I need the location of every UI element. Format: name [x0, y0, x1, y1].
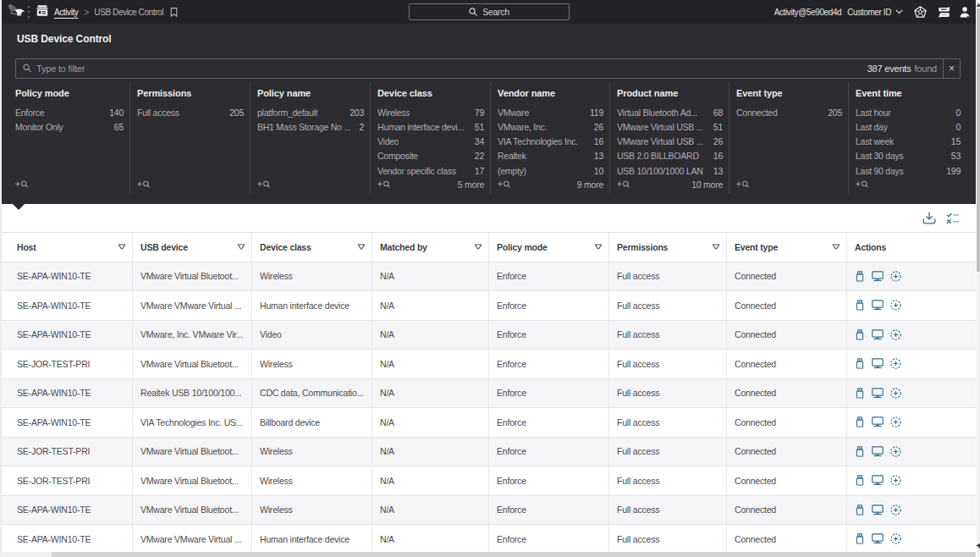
usb-drive-icon[interactable]	[855, 300, 865, 311]
account-label[interactable]: Activity@5e90ed4d	[774, 8, 842, 17]
usb-drive-icon[interactable]	[855, 505, 865, 516]
filter-funnel-icon[interactable]	[594, 244, 603, 251]
column-header-policy-mode[interactable]: Policy mode	[488, 233, 608, 262]
add-circle-icon[interactable]	[890, 416, 901, 427]
filter-funnel-icon[interactable]	[474, 244, 482, 251]
facet-value-row[interactable]: Virtual Bluetooth Ad... 68	[617, 106, 723, 120]
facet-value-label[interactable]: Last hour	[856, 106, 891, 120]
monitor-icon[interactable]	[872, 271, 884, 282]
user-profile-icon[interactable]	[959, 7, 971, 18]
clear-filter-button[interactable]: ×	[943, 59, 960, 78]
add-filter-search-icon[interactable]	[137, 180, 150, 190]
facet-value-label[interactable]: VMware	[498, 106, 529, 120]
facet-value-row[interactable]: Wireless 79	[377, 106, 484, 120]
facet-value-row[interactable]: Monitor Only 65	[15, 120, 124, 135]
facet-value-label[interactable]: USB 2.0 BILLBOARD	[617, 149, 699, 163]
usb-drive-icon[interactable]	[855, 271, 865, 282]
monitor-icon[interactable]	[872, 300, 884, 311]
facet-value-row[interactable]: Composite 22	[377, 149, 484, 163]
usb-drive-icon[interactable]	[855, 446, 865, 457]
add-circle-icon[interactable]	[890, 329, 901, 340]
table-row[interactable]: SE-APA-WIN10-TE VMware, Inc. VMware Vir.…	[2, 321, 976, 350]
facet-value-row[interactable]: Full access 205	[137, 106, 244, 120]
add-circle-icon[interactable]	[890, 300, 901, 311]
facet-value-label[interactable]: Wireless	[377, 106, 410, 120]
drag-handle-dots-icon[interactable]	[28, 6, 30, 18]
facet-value-label[interactable]: Vendor specific class	[377, 164, 456, 179]
add-circle-icon[interactable]	[890, 533, 901, 544]
facet-value-label[interactable]: VMware Virtual USB ...	[617, 135, 703, 149]
add-filter-search-icon[interactable]	[377, 180, 390, 190]
facet-value-row[interactable]: Enforce 140	[15, 106, 124, 120]
facet-value-label[interactable]: Video	[377, 135, 399, 149]
filter-input[interactable]	[36, 63, 867, 74]
facet-value-row[interactable]: VMware Virtual USB ... 51	[617, 120, 723, 135]
usb-drive-icon[interactable]	[855, 329, 865, 340]
facet-more-link[interactable]: 10 more	[691, 179, 723, 190]
download-icon[interactable]	[922, 212, 936, 225]
facet-value-row[interactable]: Human interface devi... 51	[377, 120, 484, 135]
facet-value-row[interactable]: Last 30 days 53	[856, 149, 961, 163]
usb-drive-icon[interactable]	[855, 388, 865, 399]
facet-value-label[interactable]: VIA Technologies Inc.	[498, 135, 578, 149]
table-row[interactable]: SE-JOR-TEST-PRI VMware Virtual Bluetoot.…	[2, 350, 976, 379]
bookmark-icon[interactable]	[170, 8, 178, 17]
falcon-badge-icon[interactable]	[914, 6, 927, 18]
chevron-down-icon[interactable]	[895, 9, 903, 14]
facet-value-row[interactable]: Last hour 0	[856, 106, 961, 120]
facet-value-label[interactable]: Last week	[856, 135, 894, 149]
table-row[interactable]: SE-APA-WIN10-TE VMware VMware Virtual ..…	[2, 291, 976, 321]
add-filter-search-icon[interactable]	[856, 180, 868, 190]
facet-value-label[interactable]: USB 10/100/1000 LAN	[617, 164, 703, 179]
facet-value-label[interactable]: Monitor Only	[15, 120, 63, 135]
customer-id-menu[interactable]: Customer ID	[847, 8, 891, 17]
filter-funnel-icon[interactable]	[832, 244, 840, 251]
filter-funnel-icon[interactable]	[357, 244, 366, 251]
filter-funnel-icon[interactable]	[712, 244, 720, 251]
panel-collapse-handle[interactable]	[13, 204, 25, 210]
horizontal-scrollbar-thumb[interactable]	[52, 552, 976, 557]
facet-value-row[interactable]: BH1 Mass Storage No ... 2	[257, 120, 364, 135]
chat-icon[interactable]	[939, 7, 950, 18]
scroll-up-button[interactable]	[977, 0, 980, 8]
column-header-host[interactable]: Host	[2, 233, 132, 262]
app-switcher-icon[interactable]	[36, 5, 48, 16]
facet-value-label[interactable]: Virtual Bluetooth Ad...	[617, 106, 697, 120]
facet-value-row[interactable]: Vendor specific class 17	[377, 164, 484, 179]
checklist-icon[interactable]	[946, 212, 960, 224]
facet-value-row[interactable]: (empty) 10	[498, 164, 603, 179]
facet-value-label[interactable]: Composite	[377, 149, 418, 163]
facet-value-row[interactable]: VMware 119	[498, 106, 603, 120]
facet-value-row[interactable]: USB 10/100/1000 LAN 13	[617, 164, 723, 179]
facet-value-label[interactable]: Full access	[137, 106, 179, 120]
facet-value-label[interactable]: Last 90 days	[856, 164, 904, 179]
add-circle-icon[interactable]	[890, 505, 901, 516]
filter-funnel-icon[interactable]	[118, 244, 126, 251]
facet-value-row[interactable]: Realtek 13	[498, 149, 603, 163]
usb-drive-icon[interactable]	[855, 416, 865, 427]
add-circle-icon[interactable]	[890, 475, 901, 486]
monitor-icon[interactable]	[872, 505, 884, 516]
monitor-icon[interactable]	[872, 416, 884, 427]
facet-value-label[interactable]: Last day	[856, 120, 888, 135]
column-header-device-class[interactable]: Device class	[251, 233, 372, 262]
monitor-icon[interactable]	[872, 446, 884, 457]
table-row[interactable]: SE-JOR-TEST-PRI VMware Virtual Bluetoot.…	[2, 466, 976, 496]
add-circle-icon[interactable]	[890, 358, 901, 369]
table-row[interactable]: SE-APA-WIN10-TE VMware Virtual Bluetoot.…	[2, 262, 976, 292]
facet-value-row[interactable]: VIA Technologies Inc. 16	[498, 135, 603, 149]
column-header-event-type[interactable]: Event type	[726, 233, 846, 262]
add-filter-search-icon[interactable]	[257, 180, 270, 190]
table-row[interactable]: SE-APA-WIN10-TE VIA Technologies Inc. US…	[2, 408, 976, 438]
facet-value-row[interactable]: platform_default 203	[257, 106, 364, 120]
add-filter-search-icon[interactable]	[498, 180, 510, 190]
usb-drive-icon[interactable]	[855, 533, 865, 544]
add-filter-search-icon[interactable]	[617, 180, 630, 190]
facet-value-label[interactable]: VMware, Inc.	[498, 120, 547, 135]
usb-drive-icon[interactable]	[855, 358, 865, 369]
facet-value-label[interactable]: Realtek	[498, 149, 526, 163]
usb-drive-icon[interactable]	[855, 475, 865, 486]
facet-value-label[interactable]: platform_default	[257, 106, 317, 120]
add-circle-icon[interactable]	[890, 446, 901, 457]
add-circle-icon[interactable]	[890, 271, 901, 282]
